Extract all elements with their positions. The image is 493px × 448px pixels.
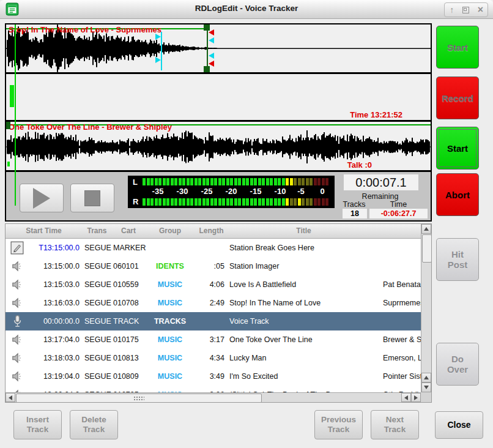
hit-post-button[interactable]: Hit Post (436, 238, 479, 281)
cell-cart: TRACK (113, 312, 139, 330)
arrow-right-icon (414, 395, 418, 400)
segue-marker-handle-icon[interactable] (155, 57, 161, 63)
waveform-track-previous-cart[interactable]: Stop! In The Name of Love - Suprmemes (6, 24, 431, 72)
scroll-up-button[interactable] (421, 224, 431, 234)
horizontal-scroll-thumb[interactable] (16, 394, 262, 403)
cell-group: MUSIC (145, 367, 195, 386)
vu-segment (230, 198, 233, 206)
abort-button[interactable]: Abort (436, 173, 479, 216)
waveform-deck: Stop! In The Name of Love - Suprmemes Ti… (5, 23, 432, 222)
vu-segment (166, 198, 169, 206)
vu-segment (182, 198, 185, 206)
segue-end-handle-icon[interactable] (209, 53, 214, 59)
log-row[interactable]: 13:15:00.0SEGUE060101IDENTS:05Station Im… (6, 257, 421, 275)
log-row[interactable]: 13:20:04.0SEGUE010705MUSIC3:26(Sittin' O… (6, 386, 421, 392)
segue-marker-handle-icon[interactable] (155, 34, 161, 40)
vu-segment (222, 198, 225, 206)
vu-segment (171, 178, 174, 185)
close-window-icon[interactable]: × (473, 3, 487, 17)
previous-cart-label: Stop! In The Name of Love - Suprmemes (9, 25, 161, 34)
vu-left-label: L (133, 177, 138, 187)
column-header-group[interactable]: Group (145, 224, 196, 239)
stop-button[interactable] (70, 184, 114, 212)
cell-start-time: 13:15:00.0 (28, 257, 80, 275)
cell-group: TRACKS (145, 312, 195, 330)
end-marker-square[interactable] (204, 66, 210, 72)
segue-marker-line[interactable] (161, 32, 162, 70)
start-previous-button[interactable]: Start (436, 26, 479, 69)
cell-artist: Pat Benatar (383, 275, 421, 294)
cell-trans: SEGUE (84, 367, 111, 386)
cell-length: 4:34 (196, 349, 224, 367)
vu-segment (195, 198, 198, 206)
log-row[interactable]: 00:00:00.0SEGUETRACKTRACKSVoice Track (6, 312, 421, 330)
vu-segment (278, 198, 281, 206)
cell-artist (383, 257, 421, 275)
vu-segment (290, 178, 293, 185)
close-button[interactable]: Close (435, 411, 483, 439)
vu-segment (270, 178, 273, 185)
scroll-left-button[interactable] (401, 393, 411, 402)
fade-marker-handle-icon[interactable] (209, 61, 214, 67)
cell-artist: Brewer & Shipley (383, 330, 421, 349)
end-marker-line[interactable] (207, 24, 208, 72)
horizontal-scrollbar[interactable] (6, 392, 421, 402)
log-row[interactable]: 13:19:04.0SEGUE010809MUSIC3:49I'm So Exc… (6, 367, 421, 386)
vu-segment (310, 198, 313, 206)
vu-segment (155, 198, 158, 206)
log-row[interactable]: 13:17:04.0SEGUE010175MUSIC3:17One Toke O… (6, 330, 421, 349)
segue-end-handle-icon[interactable] (209, 37, 214, 43)
play-icon (33, 188, 50, 209)
play-button[interactable] (20, 184, 64, 212)
log-table-header: Start Time Trans Cart Group Length Title (6, 224, 421, 239)
marker-note-icon (10, 241, 24, 255)
scroll-left-button[interactable] (6, 393, 15, 402)
vu-segment (282, 178, 285, 185)
column-header-start-time[interactable]: Start Time (6, 224, 83, 239)
shade-window-icon[interactable]: ↑ (445, 3, 459, 17)
log-row[interactable]: 13:15:03.0SEGUE010559MUSIC4:06Love Is A … (6, 275, 421, 294)
log-row[interactable]: T13:15:00.0SEGUEMARKERStation Break Goes… (6, 239, 421, 257)
column-header-cart[interactable]: Cart (112, 224, 146, 239)
fade-marker-handle-icon[interactable] (209, 29, 214, 35)
cell-length: :05 (196, 257, 224, 275)
do-over-button[interactable]: Do Over (436, 343, 479, 386)
cell-length: 2:49 (196, 294, 224, 312)
column-header-title[interactable]: Title (228, 224, 380, 239)
record-button[interactable]: Record (436, 77, 479, 119)
vu-segment (282, 198, 285, 206)
vu-segment (214, 198, 217, 206)
scroll-up-button[interactable] (421, 373, 431, 383)
elapsed-time-display: 0:00:07.1 (344, 174, 418, 190)
column-header-artist[interactable] (380, 224, 421, 239)
delete-track-button[interactable]: Delete Track (70, 410, 118, 439)
cell-length (196, 239, 224, 257)
vu-segment (158, 198, 161, 206)
vu-segment (302, 198, 305, 206)
start-marker-square[interactable] (6, 122, 10, 129)
log-row[interactable]: 13:18:03.0SEGUE010813MUSIC4:34Lucky ManE… (6, 349, 421, 367)
time-remaining-value: -0:06:27.7 (369, 209, 428, 218)
titlebar[interactable]: RDLogEdit - Voice Tracker ↑ × (0, 0, 493, 19)
insert-track-button[interactable]: Insert Track (13, 410, 62, 439)
cell-cart: 010705 (113, 386, 139, 392)
column-header-length[interactable]: Length (195, 224, 228, 239)
vertical-scroll-thumb[interactable] (422, 234, 432, 263)
cell-artist: Emerson, Lake (383, 349, 421, 367)
previous-track-button[interactable]: Previous Track (314, 410, 363, 439)
vertical-scrollbar[interactable] (421, 224, 431, 392)
vu-segment (317, 198, 321, 206)
maximize-window-icon[interactable] (459, 3, 473, 17)
scroll-right-button[interactable] (411, 393, 421, 402)
vu-segment (294, 178, 297, 185)
column-header-trans[interactable]: Trans (82, 224, 113, 239)
start-next-button[interactable]: Start (436, 127, 479, 170)
vu-right-label: R (133, 197, 138, 206)
next-track-button[interactable]: Next Track (371, 410, 419, 439)
vu-segment (202, 198, 206, 206)
waveform-track-next-cart[interactable]: One Toke Over The Line - Brewer & Shiple… (6, 122, 431, 170)
log-row[interactable]: 13:16:03.0SEGUE010708MUSIC2:49Stop! In T… (6, 294, 421, 312)
scroll-down-button[interactable] (421, 383, 431, 392)
vu-segment (294, 198, 297, 206)
waveform-track-voice[interactable]: Time 13:21:52 (6, 74, 431, 120)
